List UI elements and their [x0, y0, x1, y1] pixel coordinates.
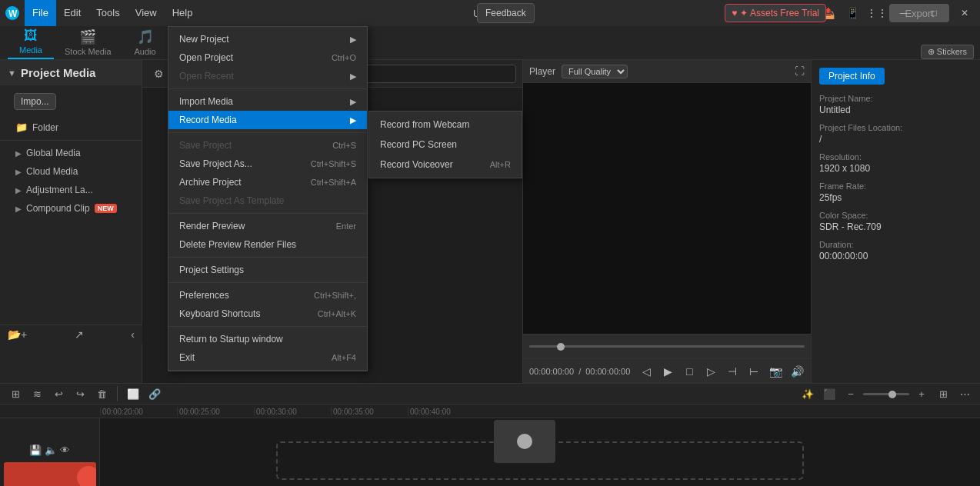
menu-keyboard-shortcuts[interactable]: Keyboard Shortcuts Ctrl+Alt+K: [168, 305, 367, 323]
menu-file[interactable]: File: [25, 0, 56, 26]
menu-save-project: Save Project Ctrl+S: [168, 136, 367, 155]
title-bar: W File Edit Tools View Help Untitled Fee…: [0, 0, 980, 26]
menu-archive-project[interactable]: Archive Project Ctrl+Shift+A: [168, 173, 367, 191]
menu-bar: File Edit Tools View Help: [25, 0, 200, 26]
file-menu-section-4: Render Preview Enter Delete Preview Rend…: [168, 214, 367, 258]
minimize-button[interactable]: ─: [888, 0, 918, 26]
preferences-label: Preferences: [179, 290, 229, 301]
open-project-label: Open Project: [179, 52, 233, 63]
submenu-voiceover[interactable]: Record Voiceover Alt+R: [369, 155, 522, 175]
submenu-webcam[interactable]: Record from Webcam: [369, 115, 522, 135]
record-media-arrow: ▶: [350, 115, 356, 125]
screen-label: Record PC Screen: [380, 139, 457, 150]
save-project-label: Save Project: [179, 140, 232, 151]
voiceover-shortcut: Alt+R: [490, 160, 511, 169]
return-startup-label: Return to Startup window: [179, 334, 283, 345]
open-project-shortcut: Ctrl+O: [332, 53, 356, 62]
keyboard-shortcuts-shortcut: Ctrl+Alt+K: [318, 309, 356, 318]
feedback-button[interactable]: Feedback: [477, 3, 535, 23]
menu-save-template: Save Project As Template: [168, 191, 367, 210]
grid-icon[interactable]: ⋮⋮: [866, 2, 888, 24]
menu-new-project[interactable]: New Project ▶: [168, 30, 367, 48]
exit-shortcut: Alt+F4: [332, 353, 356, 362]
save-project-as-shortcut: Ctrl+Shift+S: [311, 159, 356, 168]
render-preview-label: Render Preview: [179, 221, 245, 231]
open-recent-label: Open Recent: [179, 71, 234, 82]
preferences-shortcut: Ctrl+Shift+,: [314, 291, 356, 300]
close-button[interactable]: ✕: [949, 0, 980, 26]
file-menu-section-5: Project Settings: [168, 258, 367, 283]
menu-view[interactable]: View: [128, 0, 165, 26]
file-menu-section-1: New Project ▶ Open Project Ctrl+O Open R…: [168, 27, 367, 89]
menu-edit[interactable]: Edit: [56, 0, 88, 26]
render-preview-shortcut: Enter: [336, 221, 356, 231]
assets-icon: ♥: [732, 8, 737, 18]
assets-button[interactable]: ♥ ✦ Assets Free Trial: [725, 4, 826, 22]
svg-text:W: W: [8, 8, 18, 19]
archive-project-shortcut: Ctrl+Shift+A: [311, 178, 356, 187]
open-recent-arrow: ▶: [350, 72, 356, 82]
delete-preview-label: Delete Preview Render Files: [179, 239, 296, 250]
submenu-screen[interactable]: Record PC Screen: [369, 135, 522, 155]
phone-icon[interactable]: 📱: [842, 2, 863, 24]
menu-help[interactable]: Help: [165, 0, 201, 26]
keyboard-shortcuts-label: Keyboard Shortcuts: [179, 308, 260, 319]
exit-label: Exit: [179, 352, 195, 363]
record-submenu: Record from Webcam Record PC Screen Reco…: [368, 111, 522, 178]
menu-record-media[interactable]: Record Media ▶ Record from Webcam Record…: [168, 111, 367, 129]
menu-render-preview[interactable]: Render Preview Enter: [168, 217, 367, 235]
menu-open-recent[interactable]: Open Recent ▶: [168, 67, 367, 85]
file-menu-section-2: Import Media ▶ Record Media ▶ Record fro…: [168, 89, 367, 133]
menu-exit[interactable]: Exit Alt+F4: [168, 348, 367, 367]
menu-import-media[interactable]: Import Media ▶: [168, 92, 367, 111]
menu-open-project[interactable]: Open Project Ctrl+O: [168, 48, 367, 67]
menu-delete-preview[interactable]: Delete Preview Render Files: [168, 235, 367, 254]
file-menu-section-6: Preferences Ctrl+Shift+, Keyboard Shortc…: [168, 283, 367, 327]
webcam-label: Record from Webcam: [380, 119, 469, 130]
record-media-label: Record Media: [179, 115, 237, 125]
file-menu-overlay[interactable]: New Project ▶ Open Project Ctrl+O Open R…: [0, 26, 980, 486]
save-template-label: Save Project As Template: [179, 195, 285, 206]
project-settings-label: Project Settings: [179, 265, 244, 275]
app-logo: W: [0, 0, 25, 26]
menu-return-startup[interactable]: Return to Startup window: [168, 330, 367, 348]
import-media-label: Import Media: [179, 96, 233, 107]
file-menu-section-7: Return to Startup window Exit Alt+F4: [168, 327, 367, 371]
menu-preferences[interactable]: Preferences Ctrl+Shift+,: [168, 286, 367, 305]
window-controls: ─ □ ✕: [888, 0, 980, 26]
new-project-label: New Project: [179, 34, 229, 45]
file-menu: New Project ▶ Open Project Ctrl+O Open R…: [168, 26, 368, 371]
file-menu-section-3: Save Project Ctrl+S Save Project As... C…: [168, 133, 367, 214]
voiceover-label: Record Voiceover: [380, 159, 453, 170]
menu-tools[interactable]: Tools: [88, 0, 127, 26]
import-media-arrow: ▶: [350, 97, 356, 107]
maximize-button[interactable]: □: [918, 0, 949, 26]
save-project-shortcut: Ctrl+S: [332, 141, 356, 150]
menu-project-settings[interactable]: Project Settings: [168, 261, 367, 279]
menu-save-project-as[interactable]: Save Project As... Ctrl+Shift+S: [168, 155, 367, 173]
archive-project-label: Archive Project: [179, 177, 242, 188]
new-project-arrow: ▶: [350, 35, 356, 45]
save-project-as-label: Save Project As...: [179, 158, 252, 169]
